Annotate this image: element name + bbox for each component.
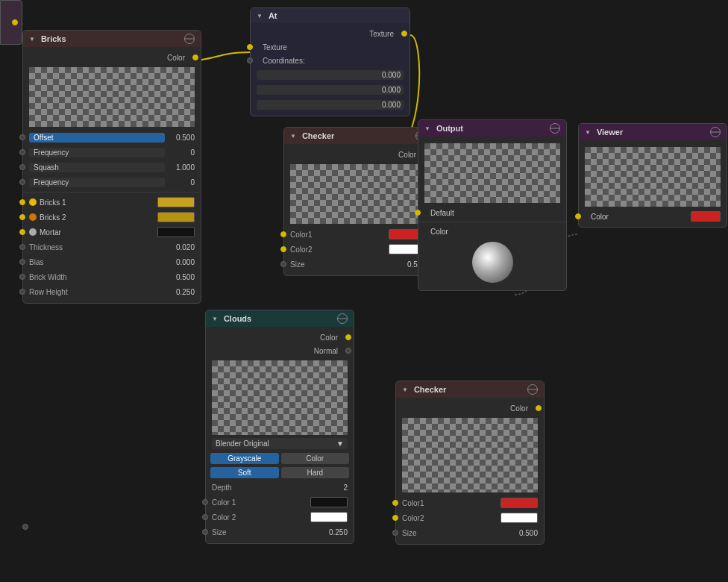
bricks-freq-socket[interactable] (19, 149, 25, 155)
bricks-squash-freq-socket[interactable] (19, 179, 25, 185)
bricks2-dot (29, 213, 37, 221)
checker2-color1-row: Color1 (396, 495, 544, 510)
bricks1-swatch[interactable] (157, 197, 195, 207)
checker2-color1-socket[interactable] (392, 500, 398, 506)
checker2-color2-swatch[interactable] (501, 513, 538, 523)
bricks-bias-socket[interactable] (19, 259, 25, 265)
at-z-field[interactable]: 0.000 (257, 100, 404, 110)
bricks-freq-field[interactable]: Frequency (29, 148, 165, 157)
at-texture-input-socket[interactable] (247, 44, 253, 50)
clouds-dropdown-arrow: ▼ (336, 439, 344, 448)
viewer-color-socket[interactable] (575, 213, 581, 219)
bias-label: Bias (29, 258, 165, 266)
at-texture-label: Texture (263, 43, 287, 51)
at-coords-socket[interactable] (247, 57, 253, 63)
viewer-color-swatch[interactable] (691, 211, 721, 222)
clouds-size-row: Size 0.250 (206, 525, 354, 539)
bricks-color1-socket[interactable] (19, 199, 25, 205)
output-default-row: Default (418, 206, 566, 219)
viewer-node: ▼ Viewer Color (578, 123, 727, 228)
clouds-color-mode-row: Grayscale Color (206, 451, 354, 466)
checker2-globe[interactable] (527, 384, 538, 395)
bricks-mortar-row: Mortar (23, 225, 201, 240)
output-default-socket[interactable] (415, 210, 421, 216)
clouds-body: Color Normal Blender Original ▼ Grayscal… (206, 327, 354, 543)
bricks-squash-socket[interactable] (19, 164, 25, 170)
at-x-row: 0.000 (251, 67, 410, 82)
clouds-size-socket[interactable] (202, 529, 208, 535)
bricks-color2-socket[interactable] (19, 214, 25, 220)
output-preview (424, 143, 560, 203)
clouds-grayscale-btn[interactable]: Grayscale (210, 453, 279, 464)
clouds-color-out-row: Color (206, 331, 354, 344)
checker2-color-out-socket[interactable] (536, 405, 542, 411)
bricks1-dot (29, 198, 37, 206)
bricks-color-output-label: Color (167, 54, 185, 62)
at-x-field[interactable]: 0.000 (257, 70, 404, 80)
checker2-color2-socket[interactable] (392, 515, 398, 521)
clouds-header: ▼ Clouds (206, 310, 354, 327)
bricks-squash-field[interactable]: Squash (29, 163, 165, 172)
clouds-c1-swatch[interactable] (310, 497, 348, 507)
checker1-size-label: Size (290, 260, 396, 269)
at-collapse-arrow[interactable]: ▼ (257, 13, 263, 19)
checker1-title: Checker (302, 131, 334, 140)
clouds-c1-socket[interactable] (202, 499, 208, 505)
clouds-c2-socket[interactable] (202, 514, 208, 520)
checker1-header: ▼ Checker (284, 128, 432, 144)
clouds-c2-swatch[interactable] (310, 512, 348, 522)
at-y-field[interactable]: 0.000 (257, 85, 404, 95)
checker2-color1-swatch[interactable] (501, 498, 538, 508)
bricks-thickness-socket[interactable] (19, 244, 25, 250)
clouds-dropdown[interactable]: Blender Original ▼ (212, 438, 348, 449)
checker1-color2-socket[interactable] (280, 246, 286, 252)
checker2-color1-label: Color1 (402, 499, 501, 507)
at-texture-output-socket[interactable] (401, 31, 407, 37)
mortar-swatch[interactable] (157, 227, 195, 237)
clouds-soft-btn[interactable]: Soft (210, 467, 279, 478)
clouds-color-out-socket[interactable] (345, 334, 351, 340)
bricks-offset-field[interactable]: Offset (29, 133, 165, 143)
clouds-hard-btn[interactable]: Hard (281, 467, 350, 478)
bricks-row-height-socket[interactable] (19, 289, 25, 295)
bricks-offset-socket[interactable] (19, 134, 25, 140)
thickness-value: 0.020 (165, 243, 195, 251)
checker1-body: Color Color1 Color2 Size 0.500 (284, 144, 432, 275)
checker2-arrow[interactable]: ▼ (402, 387, 408, 393)
output-globe[interactable] (550, 123, 560, 134)
bricks-squash-freq-field[interactable]: Frequency (29, 178, 165, 187)
clouds-depth-row: Depth 2 (206, 480, 354, 495)
bias-value: 0.000 (165, 258, 195, 266)
output-body: Default Color (418, 137, 566, 290)
checker1-preview (290, 164, 426, 224)
checker2-header: ▼ Checker (396, 381, 544, 398)
checker1-size-socket[interactable] (280, 261, 286, 267)
bricks-color-output-socket[interactable] (192, 54, 198, 60)
viewer-globe[interactable] (710, 127, 721, 137)
checker1-color1-socket[interactable] (280, 231, 286, 237)
output-arrow[interactable]: ▼ (424, 125, 430, 132)
checker2-title: Checker (414, 385, 446, 394)
bricks-globe-icon[interactable] (184, 34, 195, 44)
clouds-arrow[interactable]: ▼ (212, 316, 218, 322)
checker1-color1-label: Color1 (290, 231, 389, 239)
partial-socket[interactable] (12, 19, 18, 25)
clouds-color-btn[interactable]: Color (281, 453, 350, 464)
bricks-width-socket[interactable] (19, 274, 25, 280)
output-title: Output (436, 124, 463, 133)
edge-connector-dot (22, 522, 28, 531)
clouds-color-out-label: Color (320, 334, 338, 342)
edge-dot[interactable] (22, 524, 28, 530)
clouds-normal-out-socket[interactable] (345, 348, 351, 354)
checker1-arrow[interactable]: ▼ (290, 133, 296, 140)
clouds-globe[interactable] (337, 313, 348, 324)
clouds-dropdown-label: Blender Original (216, 439, 269, 448)
checker2-size-socket[interactable] (392, 530, 398, 536)
bricks2-swatch[interactable] (157, 212, 195, 222)
clouds-normal-out-row: Normal (206, 344, 354, 357)
at-node: ▼ At Texture Texture Coordinates: 0.000 … (250, 7, 410, 116)
viewer-arrow[interactable]: ▼ (585, 129, 591, 136)
checker2-size-row: Size 0.500 (396, 525, 544, 540)
bricks-mortar-socket[interactable] (19, 229, 25, 235)
bricks-collapse-arrow[interactable]: ▼ (29, 36, 35, 43)
